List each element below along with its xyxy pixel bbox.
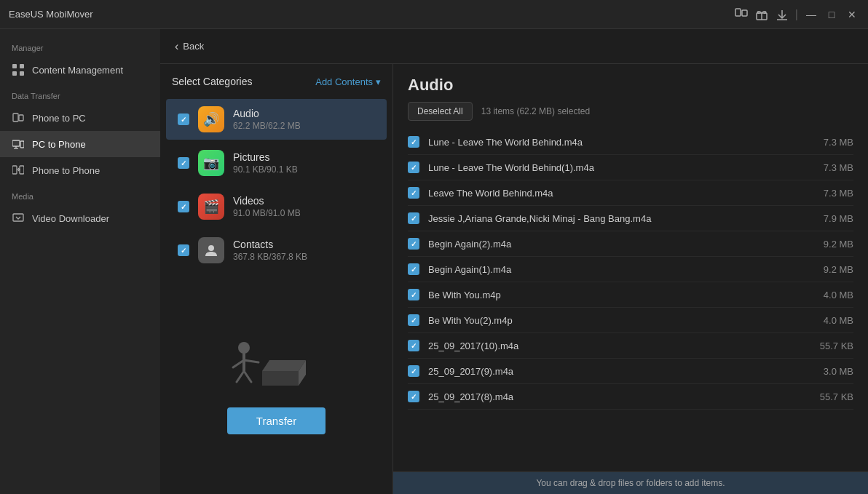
file-item: Be With You.m4p4.0 MB [408,282,853,308]
sidebar-item-pc-to-phone[interactable]: PC to Phone [0,131,160,157]
category-audio[interactable]: 🔊 Audio 62.2 MB/62.2 MB [166,99,387,140]
file-item: Be With You(2).m4p4.0 MB [408,308,853,333]
file-name: Be With You.m4p [428,290,794,300]
sidebar-item-content-management[interactable]: Content Management [0,57,160,83]
close-button[interactable]: ✕ [845,7,859,22]
svg-rect-15 [20,141,24,148]
contacts-info: Contacts 367.8 KB/367.8 KB [233,239,375,262]
category-videos[interactable]: 🎬 Videos 91.0 MB/91.0 MB [166,186,387,227]
files-panel: Audio Deselect All 13 items (62.2 MB) se… [393,64,868,494]
gift-icon[interactable] [754,7,769,22]
sidebar-item-video-downloader[interactable]: Video Downloader [0,205,160,231]
file-checkbox[interactable] [408,212,419,224]
svg-line-26 [233,360,244,367]
categories-panel: Select Categories Add Contents ▾ 🔊 Audio… [160,64,393,494]
svg-point-24 [238,342,250,354]
file-size: 4.0 MB [802,315,853,326]
file-checkbox[interactable] [408,263,419,275]
file-checkbox[interactable] [408,365,419,377]
audio-checkbox[interactable] [178,113,189,125]
content-management-label: Content Management [32,65,123,76]
category-contacts[interactable]: Contacts 367.8 KB/367.8 KB [166,230,387,271]
minimize-button[interactable]: — [804,7,818,22]
app-title: EaseUS MobiMover [9,9,93,20]
drag-hint: You can drag & drop files or folders to … [393,471,868,494]
svg-rect-0 [735,9,741,16]
add-contents-arrow-icon: ▾ [376,76,381,87]
sidebar-item-phone-to-pc[interactable]: Phone to PC [0,105,160,131]
panels: Select Categories Add Contents ▾ 🔊 Audio… [160,64,868,494]
contacts-icon [198,237,224,263]
svg-point-20 [208,245,214,251]
transfer-button[interactable]: Transfer [227,407,326,434]
videos-checkbox[interactable] [178,201,189,212]
video-downloader-icon [12,212,25,225]
pictures-icon: 📷 [198,150,224,176]
file-item: 25_09_2017(10).m4a55.7 KB [408,333,853,359]
file-name: Lune - Leave The World Behind(1).m4a [428,162,794,173]
file-checkbox[interactable] [408,162,419,173]
file-size: 55.7 KB [802,340,853,351]
file-item: 25_09_2017(9).m4a3.0 MB [408,359,853,384]
svg-rect-19 [13,214,23,221]
file-size: 7.3 MB [802,188,853,199]
videos-size: 91.0 MB/91.0 MB [233,208,375,218]
top-bar: ‹ Back [160,29,868,64]
manager-section-label: Manager [0,35,160,57]
files-header: Audio Deselect All 13 items (62.2 MB) se… [393,64,868,130]
svg-marker-22 [262,371,299,386]
file-checkbox[interactable] [408,314,419,326]
videos-name: Videos [233,195,375,207]
videos-icon: 🎬 [198,194,224,220]
device-icon[interactable] [734,7,749,22]
file-name: 25_09_2017(10).m4a [428,340,794,351]
file-checkbox[interactable] [408,136,419,148]
phone-to-pc-icon [12,111,25,124]
file-checkbox[interactable] [408,187,419,199]
pictures-checkbox[interactable] [178,157,189,169]
pictures-size: 90.1 KB/90.1 KB [233,164,375,175]
svg-rect-17 [20,166,24,174]
file-name: 25_09_2017(9).m4a [428,366,794,377]
file-size: 55.7 KB [802,391,853,402]
deselect-all-button[interactable]: Deselect All [408,102,473,121]
svg-rect-7 [20,64,24,68]
file-size: 9.2 MB [802,264,853,275]
sidebar-item-phone-to-phone[interactable]: Phone to Phone [0,157,160,183]
back-arrow-icon: ‹ [175,40,178,53]
contacts-size: 367.8 KB/367.8 KB [233,252,375,262]
file-checkbox[interactable] [408,340,419,351]
file-item: Lune - Leave The World Behind.m4a7.3 MB [408,130,853,155]
file-size: 9.2 MB [802,239,853,250]
select-categories-title: Select Categories [172,76,253,87]
titlebar: EaseUS MobiMover | — □ ✕ [0,0,868,29]
file-name: Begin Again(2).m4a [428,239,794,250]
files-toolbar: Deselect All 13 items (62.2 MB) selected [408,102,853,121]
maximize-button[interactable]: □ [824,7,839,22]
category-pictures[interactable]: 📷 Pictures 90.1 KB/90.1 KB [166,143,387,183]
file-checkbox[interactable] [408,238,419,250]
pc-to-phone-icon [12,138,25,151]
svg-rect-11 [19,115,23,121]
data-transfer-section-label: Data Transfer [0,83,160,105]
content-area: ‹ Back Select Categories Add Contents ▾ [160,29,868,494]
videos-info: Videos 91.0 MB/91.0 MB [233,195,375,218]
window-controls: | — □ ✕ [734,7,859,22]
add-contents-button[interactable]: Add Contents ▾ [315,76,381,87]
video-downloader-label: Video Downloader [32,213,109,224]
audio-icon: 🔊 [198,106,224,132]
transfer-illustration [218,320,335,393]
contacts-name: Contacts [233,239,375,250]
file-name: Begin Again(1).m4a [428,264,794,275]
file-checkbox[interactable] [408,289,419,300]
download-icon[interactable] [775,7,789,22]
back-button[interactable]: ‹ Back [175,40,204,53]
file-checkbox[interactable] [408,391,419,402]
file-item: Begin Again(1).m4a9.2 MB [408,257,853,282]
audio-info: Audio 62.2 MB/62.2 MB [233,108,375,131]
phone-to-pc-label: Phone to PC [32,113,86,124]
contacts-checkbox[interactable] [178,244,189,256]
file-item: Lune - Leave The World Behind(1).m4a7.3 … [408,155,853,180]
files-title: Audio [408,76,853,95]
file-name: Be With You(2).m4p [428,315,794,326]
